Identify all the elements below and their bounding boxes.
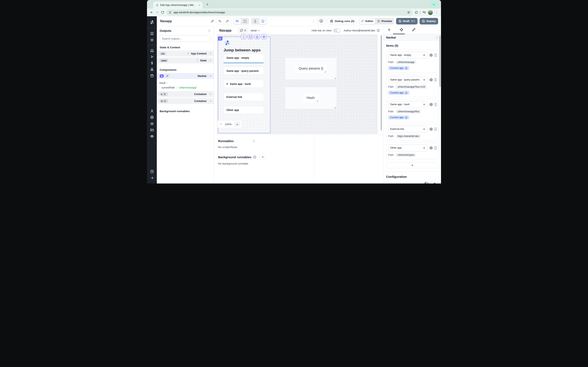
outputs-doc-icon[interactable] bbox=[208, 29, 211, 33]
item-label-input[interactable]: Same app - query params bbox=[388, 76, 428, 83]
draft-button[interactable]: Draft ⌘S bbox=[396, 18, 417, 25]
edit-title-pencil-icon[interactable] bbox=[211, 20, 214, 23]
fullwidth-layout-button[interactable] bbox=[241, 18, 249, 24]
bookmark-star-icon[interactable] bbox=[407, 11, 410, 14]
desktop-view-button[interactable] bbox=[259, 18, 267, 24]
site-settings-icon[interactable] bbox=[169, 11, 172, 14]
zoom-in-button[interactable]: + bbox=[234, 122, 240, 127]
add-navbar-item-button[interactable] bbox=[386, 162, 439, 168]
info-icon[interactable] bbox=[405, 116, 407, 119]
url-bar[interactable]: app.windmill.dev/apps/edit/u/henri/navap… bbox=[166, 9, 413, 15]
connect-input-button[interactable] bbox=[430, 181, 439, 184]
query-params-text-component[interactable]: Query params {} bbox=[295, 65, 327, 73]
clear-label-icon[interactable] bbox=[423, 103, 425, 106]
move-handle[interactable] bbox=[261, 34, 267, 39]
drag-handle-icon[interactable] bbox=[435, 54, 437, 57]
static-mode-button[interactable] bbox=[424, 182, 426, 184]
drag-handle-icon[interactable] bbox=[435, 78, 437, 81]
chevron-down-icon[interactable] bbox=[209, 59, 212, 62]
info-icon[interactable] bbox=[377, 29, 380, 32]
back-button[interactable] bbox=[150, 11, 153, 14]
component-row-navbar[interactable]: a Navbar bbox=[157, 73, 214, 79]
extensions-icon[interactable] bbox=[415, 11, 418, 14]
item-path[interactable]: u/henri/navapp?foo=123 bbox=[396, 85, 427, 89]
component-row-container-e[interactable]: e Container bbox=[157, 91, 214, 97]
item-path[interactable]: u/henri/recipes bbox=[396, 153, 416, 157]
run-mode-dropdown[interactable]: once bbox=[251, 29, 260, 32]
docs-button[interactable] bbox=[317, 18, 325, 25]
item-label-input[interactable]: External link bbox=[388, 126, 428, 133]
rail-favorites-icon[interactable] bbox=[150, 37, 154, 43]
rail-apps-icon[interactable] bbox=[150, 30, 154, 37]
canvas-grid[interactable]: a Jump between apps Same app - empty bbox=[217, 35, 377, 134]
item-label-input[interactable]: Same app - empty bbox=[388, 52, 428, 58]
tab-search-button[interactable] bbox=[431, 1, 437, 8]
item-settings-icon[interactable] bbox=[429, 146, 433, 150]
item-settings-icon[interactable] bbox=[429, 103, 433, 106]
result-key[interactable]: result bbox=[159, 82, 165, 84]
info-icon[interactable] bbox=[405, 92, 407, 94]
rail-audit-icon[interactable] bbox=[150, 133, 154, 140]
browser-tab[interactable]: Edit App u/henri/navapp | Win bbox=[153, 2, 203, 8]
reload-button[interactable] bbox=[161, 11, 164, 14]
media-controls-icon[interactable] bbox=[423, 11, 426, 14]
item-path[interactable]: u/henri/navapp bbox=[396, 60, 416, 64]
output-row-ctx[interactable]: ctx App Context bbox=[157, 50, 214, 57]
styling-tab[interactable] bbox=[411, 28, 416, 32]
deploy-button[interactable]: Deploy bbox=[420, 18, 438, 25]
rail-expand-icon[interactable] bbox=[150, 175, 154, 181]
chevron-down-icon[interactable] bbox=[209, 100, 212, 102]
item-path[interactable]: u/henri/navapp#foo bbox=[396, 109, 421, 114]
item-settings-icon[interactable] bbox=[429, 78, 433, 82]
expression-mode-button[interactable]: ƒ bbox=[426, 182, 428, 184]
component-settings-tab[interactable] bbox=[399, 28, 404, 32]
item-settings-icon[interactable] bbox=[429, 53, 433, 57]
resize-corner[interactable] bbox=[324, 71, 326, 72]
windmill-logo-icon[interactable] bbox=[149, 18, 155, 26]
centered-layout-button[interactable] bbox=[233, 18, 241, 24]
canvas-scrollbar[interactable] bbox=[380, 35, 382, 133]
item-settings-icon[interactable] bbox=[429, 127, 433, 131]
resize-corner[interactable] bbox=[334, 77, 336, 79]
component-row-container-d[interactable]: d Container bbox=[157, 98, 214, 104]
mobile-view-button[interactable] bbox=[251, 18, 259, 24]
rail-settings-icon[interactable] bbox=[150, 114, 154, 120]
chevron-up-icon[interactable] bbox=[209, 75, 212, 77]
refresh-button[interactable]: 0 bbox=[238, 28, 248, 33]
expand-handle[interactable] bbox=[248, 34, 253, 39]
item-label-input[interactable]: Same app - hash bbox=[388, 101, 428, 108]
drag-handle-icon[interactable] bbox=[435, 103, 437, 106]
search-outputs-input[interactable] bbox=[160, 35, 211, 42]
rail-users-icon[interactable] bbox=[150, 108, 154, 114]
nav-item-same-app-empty[interactable]: Same app - empty bbox=[224, 54, 264, 61]
resize-corner[interactable] bbox=[334, 107, 336, 108]
preview-tab[interactable]: Preview bbox=[375, 18, 394, 24]
hide-bar-toggle[interactable] bbox=[333, 28, 341, 33]
rail-resources-icon[interactable] bbox=[150, 66, 154, 73]
rail-home-icon[interactable] bbox=[150, 47, 154, 54]
forward-button[interactable] bbox=[155, 11, 159, 14]
redo-button[interactable] bbox=[224, 18, 231, 24]
currentpath-key[interactable]: currentPath bbox=[162, 86, 175, 89]
nav-item-other-app[interactable]: Other app bbox=[224, 106, 264, 114]
component-doc-icon[interactable] bbox=[435, 36, 439, 39]
drag-handle-icon[interactable] bbox=[435, 146, 437, 150]
info-icon[interactable] bbox=[405, 67, 407, 69]
nav-item-hash[interactable]: #Same app - hash bbox=[224, 80, 264, 87]
zoom-out-button[interactable]: − bbox=[220, 122, 222, 126]
nav-item-query-params[interactable]: Same app - query params bbox=[224, 67, 264, 75]
nav-item-external-link[interactable]: External link bbox=[224, 93, 264, 100]
rail-folders-icon[interactable] bbox=[150, 127, 154, 133]
clear-label-icon[interactable] bbox=[423, 128, 425, 131]
chevron-down-icon[interactable] bbox=[209, 52, 212, 55]
output-row-state[interactable]: state State bbox=[157, 58, 214, 63]
clear-label-icon[interactable] bbox=[423, 147, 425, 149]
browser-menu-icon[interactable] bbox=[435, 11, 438, 14]
pencil-icon[interactable] bbox=[165, 74, 170, 78]
item-path[interactable]: https://windmill.dev bbox=[396, 134, 421, 138]
clear-label-icon[interactable] bbox=[423, 54, 425, 57]
query-params-container[interactable]: Query params {} bbox=[285, 58, 337, 80]
insert-component-tab[interactable] bbox=[387, 28, 392, 32]
add-background-runnable-button[interactable] bbox=[260, 154, 266, 160]
undo-button[interactable] bbox=[216, 18, 224, 24]
